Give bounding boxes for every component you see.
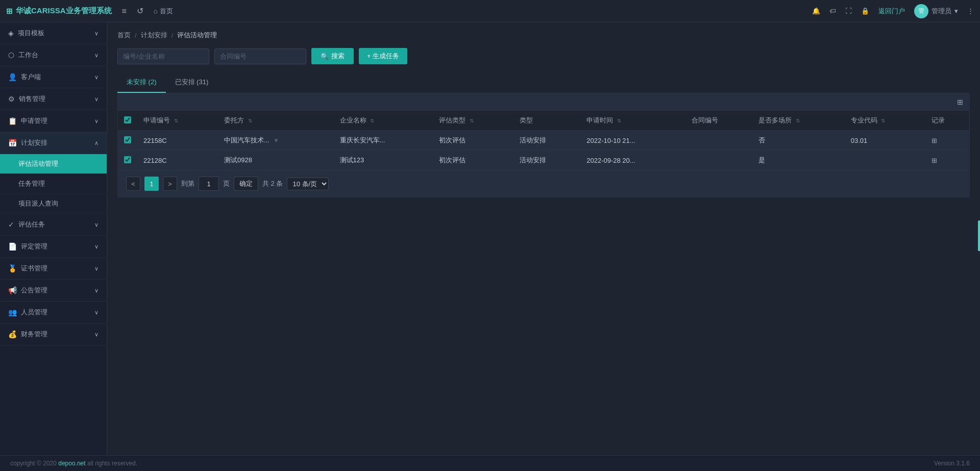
row2-checkbox-cell bbox=[118, 151, 137, 170]
generate-label: + 生成任务 bbox=[367, 52, 399, 61]
content-area: 首页 / 计划安排 / 评估活动管理 🔍 搜索 + 生成任务 未安排 (2) 已 bbox=[107, 22, 980, 455]
next-page-button[interactable]: > bbox=[163, 177, 177, 191]
lock-icon[interactable]: 🔒 bbox=[861, 7, 869, 15]
sidebar-item-finance[interactable]: 💰 财务管理 ∨ bbox=[0, 324, 107, 345]
return-portal-link[interactable]: 返回门户 bbox=[878, 7, 905, 16]
tag-icon[interactable]: 🏷 bbox=[829, 7, 836, 15]
sort-icon: ⇅ bbox=[796, 118, 800, 123]
application-icon: 📋 bbox=[8, 117, 17, 125]
tab-scheduled-label: 已安排 (31) bbox=[175, 78, 209, 86]
rating-icon: 📄 bbox=[8, 242, 17, 251]
row1-record[interactable]: ⊞ bbox=[925, 131, 969, 151]
sidebar-item-personnel[interactable]: 👥 人员管理 ∨ bbox=[0, 302, 107, 324]
more-options-icon[interactable]: ⋮ bbox=[967, 7, 974, 15]
table-toolbar: ⊞ bbox=[118, 94, 969, 111]
sidebar-item-project-template[interactable]: ◈ 项目模板 ∨ bbox=[0, 22, 107, 44]
header-right: 🔔 🏷 ⛶ 🔒 返回门户 管 管理员 ▾ ⋮ bbox=[812, 4, 974, 18]
row1-checkbox-cell bbox=[118, 131, 137, 151]
row2-record[interactable]: ⊞ bbox=[925, 151, 969, 170]
sidebar-item-client[interactable]: 👤 客户端 ∨ bbox=[0, 66, 107, 88]
prev-page-button[interactable]: < bbox=[126, 177, 140, 191]
table-row: 22158C 中国汽车技术... ▼ 重庆长安汽车... 初次评估 bbox=[118, 131, 969, 151]
page-1-button[interactable]: 1 bbox=[144, 177, 159, 191]
chevron-down-icon: ∨ bbox=[94, 74, 99, 81]
top-header: ⊞ 华诚CARISSA业务管理系统 ≡ ↺ ⌂ 首页 🔔 🏷 ⛶ 🔒 返回门户 … bbox=[0, 0, 980, 22]
home-link[interactable]: ⌂ 首页 bbox=[154, 7, 173, 16]
breadcrumb-home[interactable]: 首页 bbox=[117, 31, 131, 40]
expand-icon[interactable]: ▼ bbox=[273, 137, 279, 143]
admin-info[interactable]: 管 管理员 ▾ bbox=[914, 4, 958, 18]
project-template-label: 项目模板 bbox=[18, 29, 44, 38]
row1-company: 重庆长安汽车... bbox=[334, 131, 433, 151]
col-multi-site-label: 是否多场所 bbox=[758, 116, 792, 124]
announcement-icon: 📢 bbox=[8, 286, 17, 294]
table-settings-icon[interactable]: ⊞ bbox=[957, 98, 963, 106]
col-prof-code-label: 专业代码 bbox=[851, 116, 877, 124]
search-input-name[interactable] bbox=[117, 48, 209, 64]
sidebar-sub-item-project-assign[interactable]: 项目派人查询 bbox=[0, 194, 107, 214]
copyright-text: copyright © 2020 bbox=[10, 460, 58, 467]
search-button[interactable]: 🔍 搜索 bbox=[311, 48, 354, 64]
sidebar-item-certificate[interactable]: 🏅 证书管理 ∨ bbox=[0, 258, 107, 280]
table-container: ⊞ 申请编号 ⇅ 委托方 ⇅ bbox=[117, 93, 970, 197]
logo-icon: ⊞ bbox=[6, 7, 13, 16]
col-prof-code[interactable]: 专业代码 ⇅ bbox=[845, 111, 925, 131]
chevron-down-icon: ∨ bbox=[94, 96, 99, 103]
col-apply-time-label: 申请时间 bbox=[586, 116, 613, 124]
row2-checkbox[interactable] bbox=[124, 156, 131, 163]
col-eval-type[interactable]: 评估类型 ⇅ bbox=[433, 111, 513, 131]
workbench-icon: ⬡ bbox=[8, 51, 14, 59]
col-entrusted[interactable]: 委托方 ⇅ bbox=[218, 111, 334, 131]
row2-contract-no bbox=[685, 151, 752, 170]
row1-checkbox[interactable] bbox=[124, 136, 131, 143]
footer-copyright: copyright © 2020 depoo.net all rights re… bbox=[10, 460, 137, 467]
row2-entrusted: 测试0928 bbox=[218, 151, 334, 170]
row2-company: 测试123 bbox=[334, 151, 433, 170]
fullscreen-icon[interactable]: ⛶ bbox=[845, 7, 852, 15]
sidebar-item-sales[interactable]: ⚙ 销售管理 ∨ bbox=[0, 88, 107, 110]
sort-icon: ⇅ bbox=[470, 118, 474, 123]
notification-icon[interactable]: 🔔 bbox=[812, 7, 820, 15]
pagination: < 1 > 到第 页 确定 共 2 条 10 条/页 20 条/页 50 条/页 bbox=[118, 170, 969, 197]
sidebar-item-plan[interactable]: 📅 计划安排 ∧ bbox=[0, 132, 107, 154]
sidebar-item-application[interactable]: 📋 申请管理 ∨ bbox=[0, 110, 107, 132]
col-app-no[interactable]: 申请编号 ⇅ bbox=[137, 111, 218, 131]
chevron-up-icon: ∧ bbox=[94, 140, 99, 146]
goto-label: 到第 bbox=[181, 179, 194, 188]
col-multi-site[interactable]: 是否多场所 ⇅ bbox=[752, 111, 844, 131]
page-size-select[interactable]: 10 条/页 20 条/页 50 条/页 bbox=[287, 178, 329, 190]
tab-scheduled[interactable]: 已安排 (31) bbox=[166, 72, 218, 93]
select-all-checkbox[interactable] bbox=[124, 116, 131, 123]
sort-icon: ⇅ bbox=[370, 118, 374, 123]
sidebar-sub-item-eval-activity[interactable]: 评估活动管理 bbox=[0, 154, 107, 174]
footer-version: Version 3.1.6 bbox=[934, 460, 970, 467]
confirm-page-button[interactable]: 确定 bbox=[234, 177, 258, 191]
record-grid-icon[interactable]: ⊞ bbox=[932, 137, 937, 144]
generate-task-button[interactable]: + 生成任务 bbox=[359, 48, 407, 64]
sidebar-item-workbench[interactable]: ⬡ 工作台 ∨ bbox=[0, 44, 107, 66]
tab-unscheduled[interactable]: 未安排 (2) bbox=[117, 72, 166, 93]
col-entrusted-label: 委托方 bbox=[224, 116, 244, 124]
table-header-row: 申请编号 ⇅ 委托方 ⇅ 企业名称 ⇅ 评估类型 bbox=[118, 111, 969, 131]
breadcrumb-sep-1: / bbox=[135, 32, 137, 39]
sidebar-item-announcement[interactable]: 📢 公告管理 ∨ bbox=[0, 280, 107, 302]
sidebar-item-eval-task[interactable]: ✓ 评估任务 ∨ bbox=[0, 214, 107, 236]
sidebar-item-rating[interactable]: 📄 评定管理 ∨ bbox=[0, 236, 107, 258]
row1-apply-time: 2022-10-10 21... bbox=[580, 131, 685, 151]
finance-label: 财务管理 bbox=[21, 330, 47, 339]
search-input-contract[interactable] bbox=[214, 48, 306, 64]
footer-link[interactable]: depoo.net bbox=[58, 460, 85, 467]
sidebar-sub-item-task[interactable]: 任务管理 bbox=[0, 174, 107, 194]
record-grid-icon[interactable]: ⊞ bbox=[932, 157, 937, 164]
col-apply-time[interactable]: 申请时间 ⇅ bbox=[580, 111, 685, 131]
refresh-icon[interactable]: ↺ bbox=[137, 6, 143, 16]
col-type: 类型 bbox=[513, 111, 580, 131]
eval-task-label: 评估任务 bbox=[18, 220, 45, 229]
col-company[interactable]: 企业名称 ⇅ bbox=[334, 111, 433, 131]
menu-toggle-icon[interactable]: ≡ bbox=[122, 7, 127, 16]
row1-multi-site: 否 bbox=[752, 131, 844, 151]
goto-page-input[interactable] bbox=[199, 177, 219, 191]
logo-text: 华诚CARISSA业务管理系统 bbox=[16, 6, 112, 16]
avatar: 管 bbox=[914, 4, 928, 18]
breadcrumb-plan[interactable]: 计划安排 bbox=[141, 31, 167, 40]
